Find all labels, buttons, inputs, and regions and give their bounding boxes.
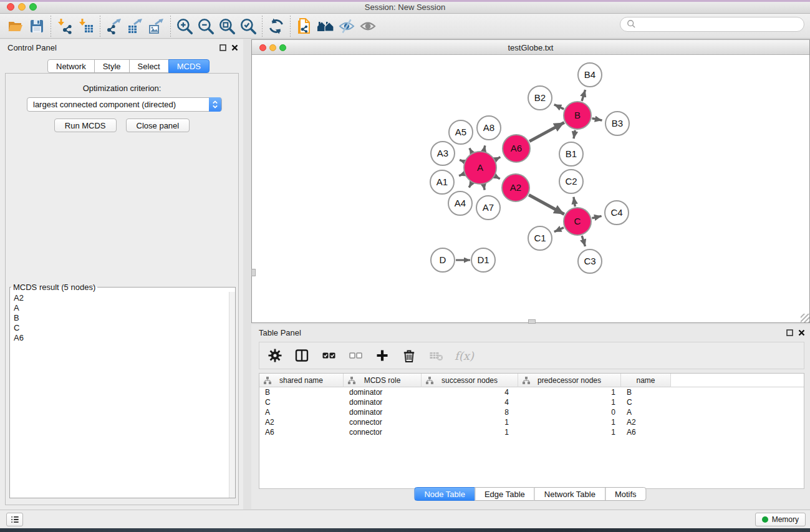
graph-edge [592,118,602,120]
tab-node-table[interactable]: Node Table [414,487,475,501]
criterion-select[interactable]: largest connected component (directed) [27,97,222,112]
table-cell[interactable]: connector [344,418,422,427]
table-cell[interactable]: 4 [422,388,518,397]
select-all-rows-button[interactable] [318,346,339,365]
hide-selected-button[interactable] [336,16,357,36]
graph-node-label: B4 [584,69,595,80]
table-cell[interactable]: dominator [344,388,422,397]
close-table-panel-icon[interactable] [798,329,805,336]
save-session-button[interactable] [26,16,47,36]
table-cell[interactable]: 1 [518,388,621,397]
table-cell[interactable]: 1 [422,428,518,437]
float-table-panel-icon[interactable] [786,329,793,336]
open-session-button[interactable] [5,16,26,36]
result-list-scrollbar[interactable] [229,292,235,498]
tab-select[interactable]: Select [129,59,169,73]
table-cell[interactable]: 0 [518,408,621,417]
tab-style[interactable]: Style [94,59,130,73]
table-cell[interactable]: 1 [518,398,621,407]
table-cell[interactable]: 8 [422,408,518,417]
table-row[interactable]: A6connector11A6 [259,427,804,437]
table-cell[interactable]: C [621,398,671,407]
table-cell[interactable]: dominator [344,398,422,407]
search-input[interactable] [620,17,804,32]
control-panel-title: Control Panel [7,43,57,52]
column-header-successor-nodes[interactable]: successor nodes [422,374,518,387]
table-cell[interactable]: A6 [621,428,671,437]
desktop-wallpaper-strip [0,0,810,2]
table-cell[interactable]: connector [344,428,422,437]
node-table[interactable]: shared name MCDS role successor nodes pr… [259,373,804,489]
table-row[interactable]: Adominator80A [259,407,804,417]
close-panel-icon[interactable] [231,44,238,51]
zoom-out-button[interactable] [195,16,216,36]
column-header-predecessor-nodes[interactable]: predecessor nodes [518,374,621,387]
table-cell[interactable]: A2 [621,418,671,427]
resize-grip-corner[interactable] [801,314,809,322]
tab-edge-table[interactable]: Edge Table [475,487,535,501]
columns-icon [294,347,310,364]
tab-motifs[interactable]: Motifs [605,487,647,501]
table-cell[interactable]: B [259,388,344,397]
graph-edge [484,185,485,190]
delete-row-button[interactable] [398,346,420,365]
table-row[interactable]: Bdominator41B [259,387,804,397]
table-cell[interactable]: C [259,398,344,407]
memory-button[interactable]: Memory [755,513,806,526]
table-cell[interactable]: A [259,408,344,417]
table-cell[interactable]: A6 [259,428,344,437]
table-row[interactable]: A2connector11A2 [259,417,804,427]
table-settings-button[interactable] [264,346,286,365]
list-item[interactable]: A [14,303,229,313]
add-row-button[interactable] [372,346,393,365]
close-panel-button[interactable]: Close panel [126,118,190,132]
table-cell[interactable]: 1 [518,418,621,427]
table-cell[interactable]: 1 [422,418,518,427]
delete-table-button[interactable] [425,346,446,365]
table-cell[interactable]: dominator [344,408,422,417]
export-image-button[interactable] [146,16,167,36]
manage-columns-button[interactable] [291,346,312,365]
refresh-view-button[interactable] [266,16,287,36]
graph-node-label: A6 [511,143,522,153]
network-window-titlebar[interactable]: testGlobe.txt [252,40,809,55]
table-cell[interactable]: A2 [259,418,344,427]
network-from-file-button[interactable] [294,16,315,36]
float-panel-icon[interactable] [219,44,226,51]
function-builder-button[interactable]: f(x) [455,349,474,362]
network-canvas[interactable]: AA1A2A3A4A5A6A7A8BB1B2B3B4CC1C2C3C4DD1 [252,55,809,322]
show-all-button[interactable] [357,16,378,36]
table-row[interactable]: Cdominator41C [259,397,804,407]
zoom-selected-button[interactable] [238,16,259,36]
table-cell[interactable]: A [621,408,671,417]
table-cell[interactable]: B [621,388,671,397]
zoom-fit-button[interactable] [216,16,238,36]
task-list-button[interactable] [6,513,23,526]
home-button[interactable] [315,16,336,36]
list-item[interactable]: A2 [14,293,229,303]
task-list-icon [9,514,21,525]
table-cell[interactable]: 4 [422,398,518,407]
hierarchy-icon [523,377,530,384]
deselect-all-rows-button[interactable] [345,346,366,365]
tab-mcds[interactable]: MCDS [168,59,210,73]
resize-grip-south[interactable] [528,319,536,324]
list-item[interactable]: A6 [14,333,229,343]
hierarchy-icon [264,377,271,384]
run-mcds-button[interactable]: Run MCDS [54,118,117,132]
export-table-button[interactable] [125,16,146,36]
zoom-in-button[interactable] [174,16,195,36]
column-header-shared-name[interactable]: shared name [259,374,344,387]
resize-grip-west[interactable] [251,269,256,276]
list-item[interactable]: C [14,323,229,333]
list-item[interactable]: B [14,313,229,323]
column-header-name[interactable]: name [621,374,671,387]
column-header-mcds-role[interactable]: MCDS role [344,374,422,387]
tab-network-table[interactable]: Network Table [534,487,605,501]
import-table-button[interactable] [75,16,97,36]
tab-network[interactable]: Network [47,59,95,73]
graph-edge [582,236,585,246]
table-cell[interactable]: 1 [518,428,621,437]
import-network-button[interactable] [54,16,75,36]
export-network-button[interactable] [104,16,125,36]
